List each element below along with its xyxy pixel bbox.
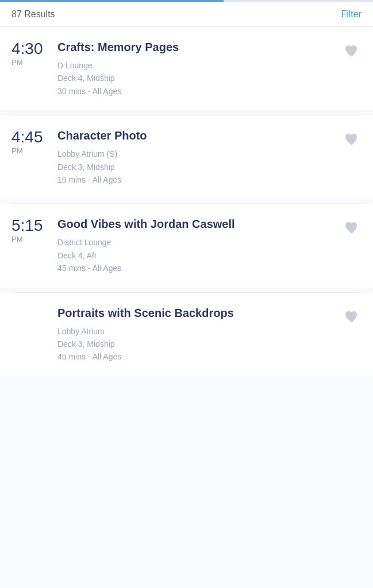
event-time: 5:15	[11, 218, 43, 234]
event-deck: Deck 3, Midship	[57, 338, 335, 350]
event-time: 4:45	[11, 129, 43, 145]
list-item: 4:45PMCharacter PhotoLobby Atrium (S)Dec…	[0, 115, 373, 199]
event-duration: 30 mins - All Ages	[57, 85, 335, 98]
event-details: Character PhotoLobby Atrium (S)Deck 3, M…	[52, 128, 335, 186]
event-details: Portraits with Scenic BackdropsLobby Atr…	[52, 305, 335, 363]
event-duration: 45 mins - All Ages	[57, 350, 335, 363]
header: 87 Results Filter	[0, 0, 373, 27]
event-title: Good Vibes with Jordan Caswell	[57, 216, 335, 231]
list-item: Portraits with Scenic BackdropsLobby Atr…	[0, 293, 373, 376]
filter-button[interactable]: Filter	[341, 9, 362, 20]
favorite-button[interactable]	[342, 219, 362, 237]
heart-icon	[344, 221, 359, 235]
list-item: 4:30PMCrafts: Memory PagesD LoungeDeck 4…	[0, 27, 373, 110]
list-item: 5:15PMGood Vibes with Jordan CaswellDist…	[0, 204, 373, 287]
event-period: PM	[11, 58, 23, 67]
time-block: 5:15PM	[11, 216, 52, 243]
event-time: 4:30	[11, 41, 43, 57]
event-title: Portraits with Scenic Backdrops	[57, 305, 335, 320]
event-period: PM	[11, 146, 23, 155]
event-duration: 15 mins - All Ages	[57, 173, 335, 186]
heart-icon	[344, 44, 359, 58]
event-details: Good Vibes with Jordan CaswellDistrict L…	[52, 216, 335, 274]
event-details: Crafts: Memory PagesD LoungeDeck 4, Mids…	[52, 40, 335, 98]
event-title: Crafts: Memory Pages	[57, 40, 335, 55]
favorite-button[interactable]	[342, 130, 362, 149]
events-list: 4:30PMCrafts: Memory PagesD LoungeDeck 4…	[0, 27, 373, 392]
event-duration: 45 mins - All Ages	[57, 262, 335, 274]
event-location: Lobby Atrium (S)	[57, 148, 335, 160]
favorite-button[interactable]	[342, 308, 362, 326]
event-deck: Deck 4, Aft	[57, 249, 335, 262]
event-location: D Lounge	[57, 59, 335, 72]
event-location: District Lounge	[57, 236, 335, 249]
event-title: Character Photo	[57, 128, 335, 143]
event-location: Lobby Atrium	[57, 325, 335, 338]
results-count: 87 Results	[11, 9, 55, 20]
event-deck: Deck 3, Midship	[57, 161, 335, 173]
heart-icon	[344, 310, 359, 324]
event-deck: Deck 4, Midship	[57, 72, 335, 84]
favorite-button[interactable]	[342, 42, 362, 60]
time-block: 4:30PM	[11, 40, 52, 67]
heart-icon	[344, 133, 359, 146]
event-period: PM	[11, 235, 23, 243]
time-block: 4:45PM	[11, 128, 52, 155]
